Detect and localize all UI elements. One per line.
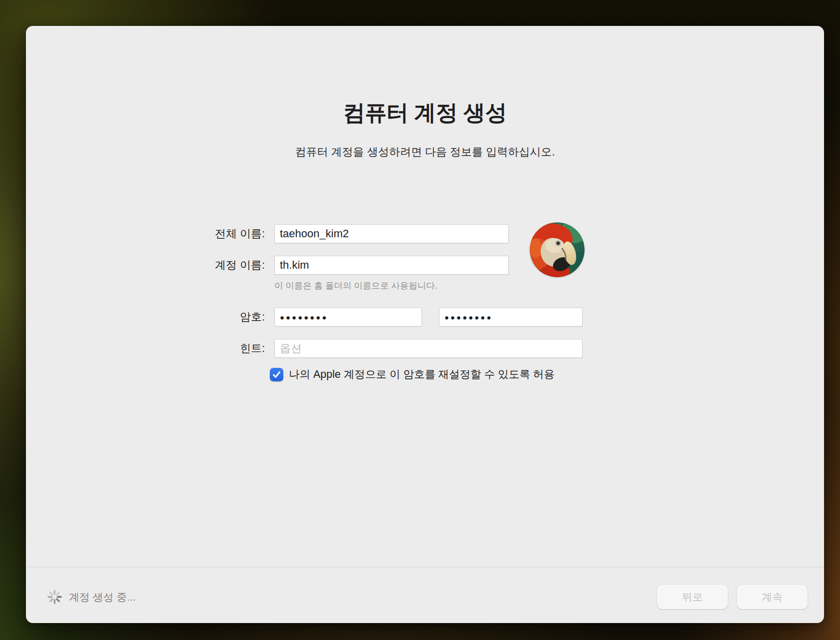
page-subtitle: 컴퓨터 계정을 생성하려면 다음 정보를 입력하십시오.	[26, 145, 824, 160]
apple-reset-checkbox-label: 나의 Apple 계정으로 이 암호를 재설정할 수 있도록 허용	[289, 368, 555, 381]
checkmark-icon	[272, 370, 281, 379]
parrot-avatar-icon	[530, 222, 585, 277]
page-title: 컴퓨터 계정 생성	[26, 98, 824, 128]
account-name-help-text: 이 이름은 홈 폴더의 이름으로 사용됩니다.	[274, 280, 437, 292]
password-label: 암호:	[65, 308, 265, 326]
continue-button[interactable]: 계속	[737, 585, 808, 609]
account-name-label: 계정 이름:	[65, 256, 265, 275]
desktop-background: { "window": { "title": "컴퓨터 계정 생성", "sub…	[0, 0, 840, 640]
password-hint-input[interactable]	[274, 339, 583, 358]
account-avatar[interactable]	[530, 222, 585, 277]
setup-assistant-window: 컴퓨터 계정 생성 컴퓨터 계정을 생성하려면 다음 정보를 입력하십시오. 전…	[26, 26, 824, 623]
full-name-label: 전체 이름:	[65, 224, 265, 243]
progress-spinner-icon	[47, 589, 62, 605]
password-input[interactable]	[274, 308, 422, 326]
footer-divider	[26, 567, 824, 567]
status-text: 계정 생성 중...	[69, 589, 136, 605]
account-name-input[interactable]	[274, 256, 509, 275]
full-name-input[interactable]	[274, 224, 509, 243]
hint-label: 힌트:	[65, 339, 265, 358]
apple-reset-checkbox[interactable]	[270, 368, 283, 381]
password-verify-input[interactable]	[439, 308, 583, 326]
back-button[interactable]: 뒤로	[657, 585, 728, 609]
